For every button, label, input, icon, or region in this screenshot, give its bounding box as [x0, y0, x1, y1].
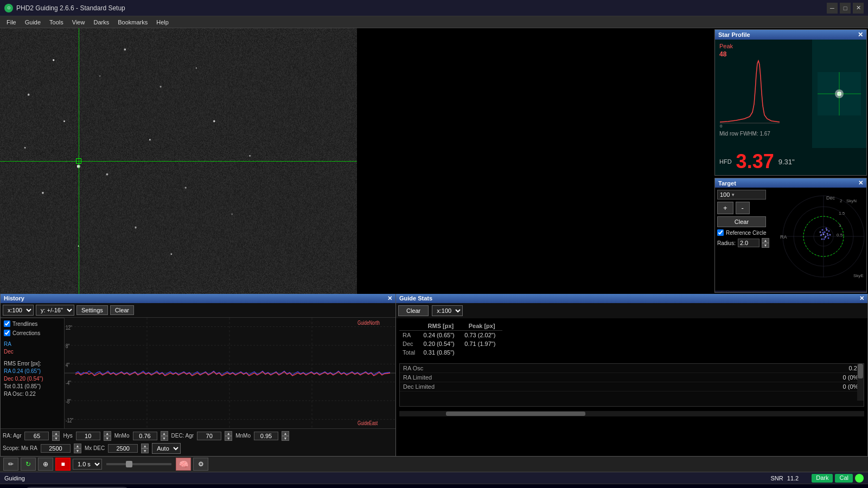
taskbar-app3[interactable]: 🌿 — [270, 486, 288, 489]
ref-circle-checkbox[interactable] — [717, 229, 724, 236]
dec-mnmo-down[interactable]: ▼ — [282, 436, 289, 441]
status-dot — [855, 474, 864, 483]
minus-button[interactable]: - — [736, 202, 750, 214]
target-clear-button[interactable]: Clear — [717, 216, 766, 227]
settings-system-button[interactable]: 🔧 — [212, 486, 229, 489]
loop-button[interactable]: ↻ — [21, 458, 36, 471]
y-scale-dropdown[interactable]: y: +/-16" — [36, 305, 74, 316]
radius-up-button[interactable]: ▲ — [762, 238, 769, 243]
target-close-button[interactable]: ✕ — [858, 179, 863, 187]
brightness-slider[interactable] — [106, 463, 171, 465]
dec-agr-down[interactable]: ▼ — [225, 436, 232, 441]
dec-agr-label: DEC: Agr — [171, 433, 194, 439]
settings-button[interactable]: Settings — [76, 305, 108, 315]
menu-item-view[interactable]: View — [68, 18, 90, 27]
radius-down-button[interactable]: ▼ — [762, 243, 769, 248]
close-button[interactable]: ✕ — [853, 3, 864, 14]
minimize-button[interactable]: ─ — [827, 3, 838, 14]
hfd-arcsec: 9.31" — [778, 158, 795, 166]
scope-mxra-label: Scope: Mx RA — [3, 445, 37, 451]
mxra-up[interactable]: ▲ — [74, 444, 81, 448]
star-profile-close-button[interactable]: ✕ — [858, 31, 863, 38]
hys-input[interactable] — [76, 432, 100, 440]
menu-item-guide[interactable]: Guide — [21, 18, 45, 27]
menu-item-file[interactable]: File — [2, 18, 21, 27]
dec-rms-cell: 0.20 (0.54") — [420, 339, 462, 348]
stats-scale-dropdown[interactable]: x:100 — [432, 305, 463, 316]
ra-agr-down[interactable]: ▼ — [52, 436, 60, 441]
history-close-button[interactable]: ✕ — [387, 295, 392, 302]
fwhm-label: Mid row FWHM: 1.67 — [717, 130, 810, 138]
hys-spinner: ▲ ▼ — [104, 431, 111, 441]
ra-agr-input[interactable] — [24, 432, 49, 440]
ra-agr-up[interactable]: ▲ — [52, 431, 60, 436]
pencil-button[interactable]: ✏ — [3, 458, 18, 471]
total-peak-cell — [461, 348, 502, 357]
hys-down[interactable]: ▼ — [104, 436, 111, 441]
guide-stats-close-button[interactable]: ✕ — [859, 295, 864, 302]
mxdec-up[interactable]: ▲ — [141, 444, 149, 448]
ra-color-indicator: RA — [4, 341, 61, 348]
menu-item-tools[interactable]: Tools — [45, 18, 68, 27]
stop-button[interactable]: ■ — [55, 458, 71, 471]
target-panel: Target ✕ 100 ▼ + - Clear — [714, 178, 867, 293]
task-view-button[interactable] — [133, 486, 151, 489]
mxra-down[interactable]: ▼ — [74, 448, 81, 453]
mnmo-up[interactable]: ▲ — [161, 431, 168, 436]
radius-input[interactable] — [738, 239, 760, 247]
bottom-section: History ✕ x:100 y: +/-16" Settings Clear — [0, 294, 868, 457]
svg-text:RA: RA — [780, 234, 787, 240]
svg-text:-12": -12" — [66, 417, 73, 423]
svg-point-36 — [825, 236, 827, 237]
hfd-area: HFD 3.37 9.31" — [715, 148, 866, 175]
svg-text:12": 12" — [66, 324, 72, 330]
x-scale-dropdown[interactable]: x:100 — [3, 305, 34, 316]
svg-text:8": 8" — [66, 343, 69, 349]
menu-item-help[interactable]: Help — [152, 18, 173, 27]
auto-dropdown[interactable]: Auto — [152, 443, 181, 454]
dec-peak-cell: 0.71 (1.97") — [461, 339, 502, 348]
zoom-dropdown[interactable]: 100 ▼ — [717, 190, 766, 200]
brain-button[interactable]: 🧠 — [176, 458, 191, 471]
maximize-button[interactable]: □ — [840, 3, 851, 14]
dec-agr-input[interactable] — [197, 432, 221, 440]
scrollbar-thumb — [858, 364, 863, 378]
mxdec-input[interactable] — [108, 444, 138, 453]
vertical-scrollbar[interactable] — [857, 364, 864, 401]
horizontal-scrollbar[interactable] — [399, 411, 864, 416]
history-left-info: Trendlines Corrections RA Dec RMS Error … — [1, 318, 65, 428]
total-rms: Tot 0.31 (0.85") — [4, 383, 61, 390]
ra-osc: RA Osc: 0.22 — [4, 390, 61, 398]
clear-button[interactable]: Clear — [110, 305, 134, 315]
stats-clear-button[interactable]: Clear — [398, 305, 429, 316]
svg-text:Dec: Dec — [826, 195, 835, 201]
mxdec-down[interactable]: ▼ — [141, 448, 149, 453]
file-explorer-button[interactable]: 📁 — [153, 486, 170, 489]
menubar: FileGuideToolsViewDarksBookmarksHelp — [0, 16, 868, 28]
dec-mnmo-up[interactable]: ▲ — [282, 431, 289, 436]
chrome-button[interactable]: 🌐 — [173, 486, 190, 489]
extra-key: Dec Limited — [403, 383, 843, 390]
hys-up[interactable]: ▲ — [104, 431, 111, 436]
stats-table: RMS [px] Peak [px] RA 0.24 (0.65") 0.73 … — [399, 322, 502, 357]
mnmo-input[interactable] — [133, 432, 157, 440]
dec-agr-up[interactable]: ▲ — [225, 431, 232, 436]
trendlines-checkbox[interactable] — [4, 320, 10, 327]
menu-item-bookmarks[interactable]: Bookmarks — [113, 18, 152, 27]
taskbar-app2[interactable]: 📊 — [251, 486, 268, 489]
svg-point-43 — [821, 234, 822, 236]
start-button[interactable] — [3, 486, 21, 489]
profile-chart: Peak 48 0 Mid row FWHM: 1.67 — [715, 40, 812, 148]
crosshair-button[interactable]: ⊕ — [38, 458, 53, 471]
edge-button[interactable]: 🔵 — [192, 486, 209, 489]
dec-mnmo-input[interactable] — [254, 432, 278, 440]
plus-button[interactable]: + — [717, 202, 733, 214]
settings-tool-button[interactable]: ⚙ — [193, 458, 208, 471]
mxdec-label: Mx DEC — [85, 445, 105, 451]
mxra-input[interactable] — [41, 444, 71, 453]
corrections-checkbox[interactable] — [4, 330, 10, 336]
menu-item-darks[interactable]: Darks — [89, 18, 113, 27]
mnmo-down[interactable]: ▼ — [161, 436, 168, 441]
taskbar-app1[interactable]: ✏ — [231, 486, 248, 489]
time-dropdown[interactable]: 1.0 s — [73, 459, 102, 470]
